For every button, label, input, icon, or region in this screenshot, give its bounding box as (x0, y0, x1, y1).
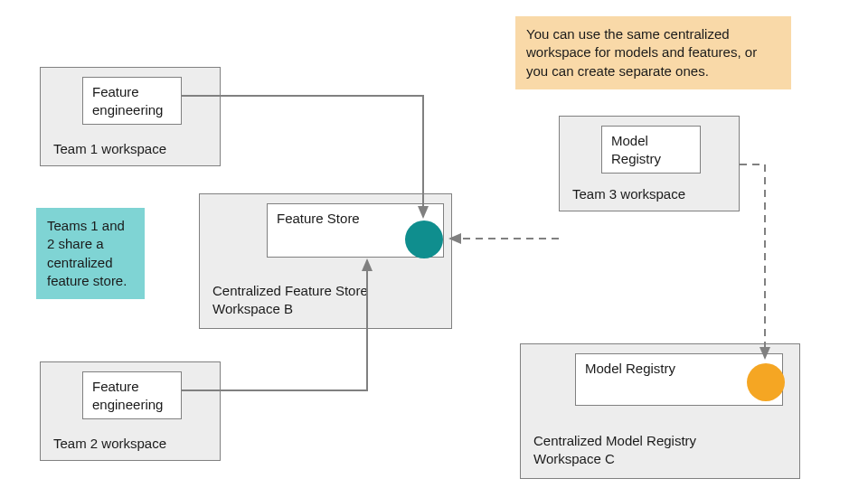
arrow-team3-to-modelregistry (740, 164, 765, 358)
model-registry-label: Centralized Model Registry Workspace C (533, 432, 760, 467)
team2-inner-label: Feature engineering (92, 379, 163, 412)
feature-store-label: Centralized Feature Store Workspace B (212, 282, 411, 317)
team2-label: Team 2 workspace (53, 436, 166, 451)
team3-inner-box: Model Registry (601, 126, 701, 174)
feature-store-workspace: Feature Store Centralized Feature Store … (199, 193, 452, 329)
note-shared-feature-store: Teams 1 and 2 share a centralized featur… (36, 208, 145, 299)
model-registry-circle-icon (747, 363, 785, 401)
model-registry-label-text: Centralized Model Registry Workspace C (533, 433, 696, 466)
team3-label: Team 3 workspace (572, 186, 685, 202)
team1-workspace: Feature engineering Team 1 workspace (40, 67, 221, 166)
team1-inner-label: Feature engineering (92, 84, 163, 117)
team2-inner-box: Feature engineering (82, 371, 182, 419)
note-centralized-workspace: You can use the same centralized workspa… (515, 16, 791, 89)
model-registry-inner-label: Model Registry (585, 361, 675, 376)
team3-workspace: Model Registry Team 3 workspace (559, 116, 740, 211)
note-text: Teams 1 and 2 share a centralized featur… (47, 218, 127, 288)
team3-inner-label: Model Registry (611, 133, 661, 166)
feature-store-inner-label: Feature Store (277, 211, 360, 226)
note-text: You can use the same centralized workspa… (526, 26, 757, 79)
feature-store-circle-icon (405, 221, 443, 258)
team1-label: Team 1 workspace (53, 141, 166, 156)
team2-workspace: Feature engineering Team 2 workspace (40, 361, 221, 461)
team1-inner-box: Feature engineering (82, 77, 182, 125)
feature-store-label-text: Centralized Feature Store Workspace B (212, 283, 368, 316)
